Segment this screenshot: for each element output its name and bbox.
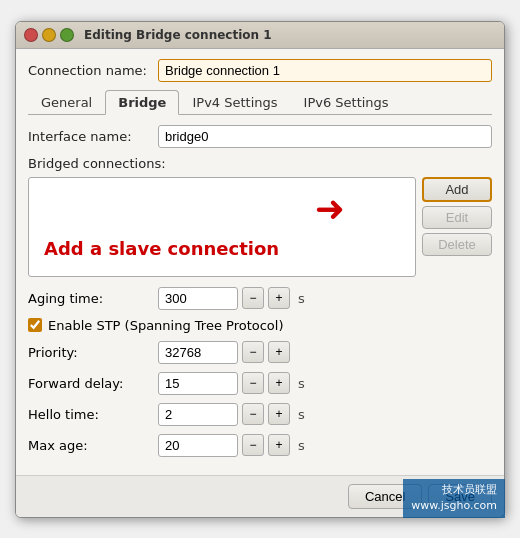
hello-time-input[interactable]	[158, 403, 238, 426]
tab-ipv6[interactable]: IPv6 Settings	[291, 90, 402, 115]
forward-delay-decrement[interactable]: −	[242, 372, 264, 394]
titlebar: Editing Bridge connection 1	[16, 22, 504, 49]
forward-delay-increment[interactable]: +	[268, 372, 290, 394]
forward-delay-input[interactable]	[158, 372, 238, 395]
hello-time-increment[interactable]: +	[268, 403, 290, 425]
delete-button[interactable]: Delete	[422, 233, 492, 256]
priority-label: Priority:	[28, 345, 158, 360]
edit-button[interactable]: Edit	[422, 206, 492, 229]
stp-label: Enable STP (Spanning Tree Protocol)	[48, 318, 284, 333]
stp-row: Enable STP (Spanning Tree Protocol)	[28, 318, 492, 333]
close-button[interactable]	[24, 28, 38, 42]
priority-input[interactable]	[158, 341, 238, 364]
max-age-label: Max age:	[28, 438, 158, 453]
connection-name-label: Connection name:	[28, 63, 158, 78]
forward-delay-row: Forward delay: − + s	[28, 372, 492, 395]
connection-name-row: Connection name:	[28, 59, 492, 82]
interface-name-input[interactable]	[158, 125, 492, 148]
window-title: Editing Bridge connection 1	[84, 28, 272, 42]
arrow-icon: ➜	[315, 188, 345, 229]
hello-time-row: Hello time: − + s	[28, 403, 492, 426]
aging-time-input[interactable]	[158, 287, 238, 310]
max-age-control: − + s	[158, 434, 305, 457]
window-buttons	[24, 28, 74, 42]
interface-name-row: Interface name:	[28, 125, 492, 148]
max-age-row: Max age: − + s	[28, 434, 492, 457]
priority-decrement[interactable]: −	[242, 341, 264, 363]
connection-buttons: Add Edit Delete	[422, 177, 492, 277]
priority-increment[interactable]: +	[268, 341, 290, 363]
interface-name-label: Interface name:	[28, 129, 158, 144]
minimize-button[interactable]	[42, 28, 56, 42]
maximize-button[interactable]	[60, 28, 74, 42]
hello-time-decrement[interactable]: −	[242, 403, 264, 425]
aging-time-unit: s	[298, 291, 305, 306]
aging-time-control: − + s	[158, 287, 305, 310]
aging-time-increment[interactable]: +	[268, 287, 290, 309]
bridged-connections-area: ➜ Add a slave connection Add Edit Delete	[28, 177, 492, 277]
stp-checkbox[interactable]	[28, 318, 42, 332]
forward-delay-label: Forward delay:	[28, 376, 158, 391]
watermark-line2: www.jsgho.com	[411, 498, 497, 515]
watermark: 技术员联盟 www.jsgho.com	[403, 479, 505, 518]
aging-time-label: Aging time:	[28, 291, 158, 306]
connection-name-input[interactable]	[158, 59, 492, 82]
max-age-decrement[interactable]: −	[242, 434, 264, 456]
watermark-line1: 技术员联盟	[411, 482, 497, 499]
tab-ipv4[interactable]: IPv4 Settings	[179, 90, 290, 115]
tab-bridge[interactable]: Bridge	[105, 90, 179, 115]
hello-time-control: − + s	[158, 403, 305, 426]
tab-general[interactable]: General	[28, 90, 105, 115]
priority-row: Priority: − +	[28, 341, 492, 364]
hello-time-label: Hello time:	[28, 407, 158, 422]
bridged-connections-label: Bridged connections:	[28, 156, 492, 171]
forward-delay-control: − + s	[158, 372, 305, 395]
dialog-content: Connection name: General Bridge IPv4 Set…	[16, 49, 504, 475]
add-slave-text: Add a slave connection	[44, 237, 279, 260]
aging-time-row: Aging time: − + s	[28, 287, 492, 310]
aging-time-decrement[interactable]: −	[242, 287, 264, 309]
max-age-increment[interactable]: +	[268, 434, 290, 456]
tabs: General Bridge IPv4 Settings IPv6 Settin…	[28, 90, 492, 115]
max-age-input[interactable]	[158, 434, 238, 457]
connections-list: ➜ Add a slave connection	[28, 177, 416, 277]
hello-time-unit: s	[298, 407, 305, 422]
priority-control: − +	[158, 341, 290, 364]
add-button[interactable]: Add	[422, 177, 492, 202]
forward-delay-unit: s	[298, 376, 305, 391]
max-age-unit: s	[298, 438, 305, 453]
